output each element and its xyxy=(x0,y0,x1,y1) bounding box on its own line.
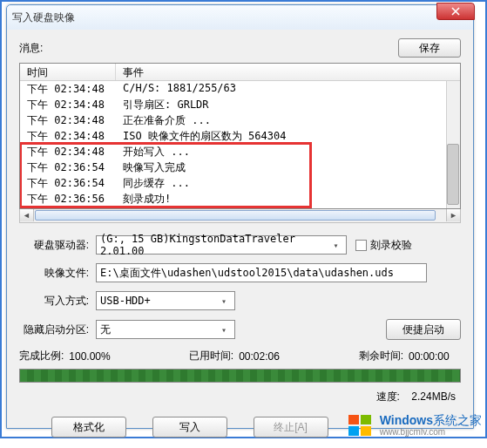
write-method-select[interactable]: USB-HDD+ ▾ xyxy=(96,291,235,310)
windows-logo-icon xyxy=(347,411,375,439)
svg-rect-3 xyxy=(361,426,371,436)
svg-rect-0 xyxy=(348,415,359,424)
abort-button: 终止[A] xyxy=(254,417,328,438)
log-vscroll-thumb[interactable] xyxy=(447,144,459,205)
elapsed-value: 00:02:06 xyxy=(239,350,291,363)
verify-checkbox-wrap[interactable]: 刻录校验 xyxy=(355,238,412,253)
log-row: 下午 02:34:48ISO 映像文件的扇区数为 564304 xyxy=(20,128,460,144)
progress-bar xyxy=(19,369,461,383)
write-button[interactable]: 写入 xyxy=(152,417,227,438)
log-header: 时间 事件 xyxy=(20,64,460,81)
log-col-time[interactable]: 时间 xyxy=(20,64,116,80)
elapsed-label: 已用时间: xyxy=(189,349,233,363)
close-button[interactable] xyxy=(436,3,475,20)
speed-label: 速度: xyxy=(376,390,400,403)
log-vscrollbar[interactable] xyxy=(446,81,460,208)
svg-rect-2 xyxy=(348,426,359,436)
hidden-partition-label: 隐藏启动分区: xyxy=(19,322,96,337)
chevron-down-icon: ▾ xyxy=(217,296,231,306)
log-row: 下午 02:34:48引导扇区: GRLDR xyxy=(20,97,460,112)
titlebar: 写入硬盘映像 xyxy=(7,5,473,30)
log-hscrollbar[interactable]: ◄ ► xyxy=(19,209,461,223)
method-label: 写入方式: xyxy=(19,294,96,309)
speed-row: 速度: 2.24MB/s xyxy=(19,390,461,404)
watermark: Windows系统之家 www.bjjcmlv.com xyxy=(347,411,482,439)
chevron-down-icon: ▾ xyxy=(329,241,342,250)
watermark-brand: Windows系统之家 xyxy=(380,414,482,427)
log-listview[interactable]: 时间 事件 下午 02:34:48C/H/S: 1881/255/63 下午 0… xyxy=(19,63,461,209)
hidden-partition-select[interactable]: 无 ▾ xyxy=(96,320,235,339)
hscroll-right-arrow[interactable]: ► xyxy=(446,209,460,221)
dialog-content: 消息: 保存 时间 事件 下午 02:34:48C/H/S: 1881/255/… xyxy=(7,30,473,428)
save-button[interactable]: 保存 xyxy=(398,38,461,58)
verify-label: 刻录校验 xyxy=(370,238,412,253)
image-path-input[interactable] xyxy=(96,263,427,282)
log-row: 下午 02:34:48开始写入 ... xyxy=(20,144,460,160)
close-icon xyxy=(451,7,460,16)
progress-info: 完成比例: 100.00% 已用时间: 00:02:06 剩余时间: 00:00… xyxy=(19,349,461,363)
remain-label: 剩余时间: xyxy=(359,349,403,363)
log-row: 下午 02:36:54映像写入完成 xyxy=(20,160,460,175)
speed-value: 2.24MB/s xyxy=(411,390,456,403)
hscroll-thumb[interactable] xyxy=(35,210,436,221)
log-row: 下午 02:36:54同步缓存 ... xyxy=(20,175,460,191)
verify-checkbox[interactable] xyxy=(355,240,367,251)
window-title: 写入硬盘映像 xyxy=(12,10,75,25)
watermark-url: www.bjjcmlv.com xyxy=(380,427,482,437)
percent-value: 100.00% xyxy=(69,350,121,363)
log-col-event[interactable]: 事件 xyxy=(116,64,460,80)
percent-label: 完成比例: xyxy=(19,349,64,363)
log-row: 下午 02:34:48C/H/S: 1881/255/63 xyxy=(20,81,460,97)
hidden-partition-value: 无 xyxy=(100,322,111,337)
drive-label: 硬盘驱动器: xyxy=(19,238,96,253)
remain-value: 00:00:00 xyxy=(409,350,461,363)
drive-select-value: (G:, 15 GB)KingstonDataTraveler 2.01.00 xyxy=(100,233,329,257)
log-body: 下午 02:34:48C/H/S: 1881/255/63 下午 02:34:4… xyxy=(20,81,460,209)
dialog-window: 写入硬盘映像 消息: 保存 时间 事件 下午 02:34:48C/H/S: 18… xyxy=(6,4,474,429)
write-method-value: USB-HDD+ xyxy=(100,295,151,307)
chevron-down-icon: ▾ xyxy=(217,325,231,335)
quick-boot-button[interactable]: 便捷启动 xyxy=(386,319,461,340)
message-label: 消息: xyxy=(19,41,43,56)
log-row: 下午 02:36:56刻录成功! xyxy=(20,191,460,207)
hscroll-left-arrow[interactable]: ◄ xyxy=(20,209,34,221)
log-row: 下午 02:34:48正在准备介质 ... xyxy=(20,112,460,128)
format-button[interactable]: 格式化 xyxy=(51,417,126,438)
svg-rect-1 xyxy=(361,415,371,424)
drive-select[interactable]: (G:, 15 GB)KingstonDataTraveler 2.01.00 … xyxy=(96,235,347,255)
image-label: 映像文件: xyxy=(19,266,96,281)
